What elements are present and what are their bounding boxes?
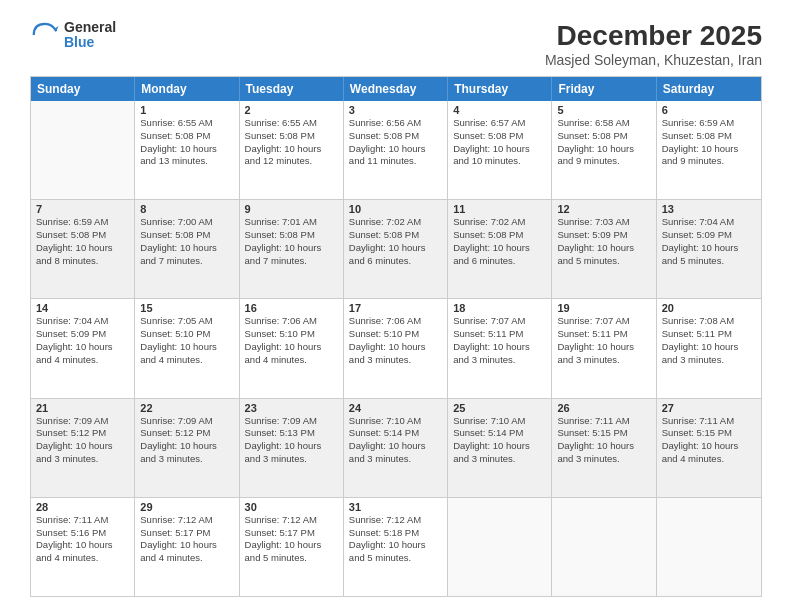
cell-info-line: Sunrise: 6:55 AM xyxy=(140,117,233,130)
cell-info-line: and 7 minutes. xyxy=(140,255,233,268)
table-row: 23Sunrise: 7:09 AMSunset: 5:13 PMDayligh… xyxy=(240,399,344,497)
table-row: 4Sunrise: 6:57 AMSunset: 5:08 PMDaylight… xyxy=(448,101,552,199)
cell-info-line: Sunrise: 7:03 AM xyxy=(557,216,650,229)
cell-info-line: Sunset: 5:15 PM xyxy=(557,427,650,440)
table-row: 10Sunrise: 7:02 AMSunset: 5:08 PMDayligh… xyxy=(344,200,448,298)
day-number: 15 xyxy=(140,302,233,314)
cell-info-line: Daylight: 10 hours xyxy=(453,440,546,453)
cell-info-line: Sunrise: 7:11 AM xyxy=(36,514,129,527)
day-number: 6 xyxy=(662,104,756,116)
day-number: 31 xyxy=(349,501,442,513)
cell-info-line: Daylight: 10 hours xyxy=(349,341,442,354)
cell-info-line: Sunset: 5:11 PM xyxy=(557,328,650,341)
cell-info-line: Daylight: 10 hours xyxy=(453,242,546,255)
cell-info-line: and 8 minutes. xyxy=(36,255,129,268)
cell-info-line: Daylight: 10 hours xyxy=(349,143,442,156)
cell-info-line: Sunset: 5:09 PM xyxy=(662,229,756,242)
cell-info-line: Sunset: 5:08 PM xyxy=(453,130,546,143)
table-row: 12Sunrise: 7:03 AMSunset: 5:09 PMDayligh… xyxy=(552,200,656,298)
table-row: 1Sunrise: 6:55 AMSunset: 5:08 PMDaylight… xyxy=(135,101,239,199)
cell-info-line: and 4 minutes. xyxy=(245,354,338,367)
table-row: 20Sunrise: 7:08 AMSunset: 5:11 PMDayligh… xyxy=(657,299,761,397)
cell-info-line: Daylight: 10 hours xyxy=(245,242,338,255)
cell-info-line: Daylight: 10 hours xyxy=(662,341,756,354)
day-number: 24 xyxy=(349,402,442,414)
cell-info-line: Sunrise: 7:11 AM xyxy=(662,415,756,428)
cell-info-line: Daylight: 10 hours xyxy=(453,143,546,156)
day-number: 22 xyxy=(140,402,233,414)
table-row: 29Sunrise: 7:12 AMSunset: 5:17 PMDayligh… xyxy=(135,498,239,596)
header-friday: Friday xyxy=(552,77,656,101)
cell-info-line: Sunset: 5:14 PM xyxy=(453,427,546,440)
cell-info-line: and 12 minutes. xyxy=(245,155,338,168)
table-row: 3Sunrise: 6:56 AMSunset: 5:08 PMDaylight… xyxy=(344,101,448,199)
title-section: December 2025 Masjed Soleyman, Khuzestan… xyxy=(545,20,762,68)
cell-info-line: Sunset: 5:08 PM xyxy=(349,229,442,242)
cell-info-line: Sunset: 5:10 PM xyxy=(349,328,442,341)
cell-info-line: Sunset: 5:08 PM xyxy=(557,130,650,143)
main-title: December 2025 xyxy=(545,20,762,52)
table-row: 14Sunrise: 7:04 AMSunset: 5:09 PMDayligh… xyxy=(31,299,135,397)
cell-info-line: and 4 minutes. xyxy=(36,354,129,367)
logo-blue-label: Blue xyxy=(64,35,116,50)
cell-info-line: Sunrise: 6:58 AM xyxy=(557,117,650,130)
table-row: 30Sunrise: 7:12 AMSunset: 5:17 PMDayligh… xyxy=(240,498,344,596)
cell-info-line: Sunset: 5:11 PM xyxy=(453,328,546,341)
cell-info-line: Sunset: 5:12 PM xyxy=(36,427,129,440)
calendar: SundayMondayTuesdayWednesdayThursdayFrid… xyxy=(30,76,762,597)
logo-general-label: General xyxy=(64,20,116,35)
logo: General Blue xyxy=(30,20,116,51)
table-row: 27Sunrise: 7:11 AMSunset: 5:15 PMDayligh… xyxy=(657,399,761,497)
table-row: 21Sunrise: 7:09 AMSunset: 5:12 PMDayligh… xyxy=(31,399,135,497)
table-row: 6Sunrise: 6:59 AMSunset: 5:08 PMDaylight… xyxy=(657,101,761,199)
cal-row-4: 28Sunrise: 7:11 AMSunset: 5:16 PMDayligh… xyxy=(31,497,761,596)
cell-info-line: Sunrise: 7:04 AM xyxy=(36,315,129,328)
table-row: 28Sunrise: 7:11 AMSunset: 5:16 PMDayligh… xyxy=(31,498,135,596)
cell-info-line: and 5 minutes. xyxy=(557,255,650,268)
logo-text: General Blue xyxy=(64,20,116,51)
cell-info-line: and 3 minutes. xyxy=(662,354,756,367)
table-row xyxy=(552,498,656,596)
header-sunday: Sunday xyxy=(31,77,135,101)
cell-info-line: Sunset: 5:08 PM xyxy=(140,229,233,242)
cell-info-line: Sunset: 5:11 PM xyxy=(662,328,756,341)
table-row: 31Sunrise: 7:12 AMSunset: 5:18 PMDayligh… xyxy=(344,498,448,596)
day-number: 9 xyxy=(245,203,338,215)
day-number: 20 xyxy=(662,302,756,314)
calendar-header: SundayMondayTuesdayWednesdayThursdayFrid… xyxy=(31,77,761,101)
day-number: 11 xyxy=(453,203,546,215)
table-row: 25Sunrise: 7:10 AMSunset: 5:14 PMDayligh… xyxy=(448,399,552,497)
cell-info-line: and 3 minutes. xyxy=(36,453,129,466)
table-row: 9Sunrise: 7:01 AMSunset: 5:08 PMDaylight… xyxy=(240,200,344,298)
table-row: 24Sunrise: 7:10 AMSunset: 5:14 PMDayligh… xyxy=(344,399,448,497)
cell-info-line: Daylight: 10 hours xyxy=(557,242,650,255)
cell-info-line: Sunrise: 7:06 AM xyxy=(245,315,338,328)
cell-info-line: and 13 minutes. xyxy=(140,155,233,168)
cell-info-line: Sunset: 5:08 PM xyxy=(349,130,442,143)
cell-info-line: Sunrise: 6:55 AM xyxy=(245,117,338,130)
cell-info-line: Sunrise: 7:09 AM xyxy=(140,415,233,428)
cell-info-line: and 3 minutes. xyxy=(557,453,650,466)
cell-info-line: Sunrise: 7:02 AM xyxy=(453,216,546,229)
table-row: 19Sunrise: 7:07 AMSunset: 5:11 PMDayligh… xyxy=(552,299,656,397)
cell-info-line: Sunrise: 7:10 AM xyxy=(349,415,442,428)
cal-row-3: 21Sunrise: 7:09 AMSunset: 5:12 PMDayligh… xyxy=(31,398,761,497)
cell-info-line: and 3 minutes. xyxy=(453,354,546,367)
cell-info-line: Sunset: 5:08 PM xyxy=(245,229,338,242)
header-wednesday: Wednesday xyxy=(344,77,448,101)
cell-info-line: Daylight: 10 hours xyxy=(662,143,756,156)
cell-info-line: Daylight: 10 hours xyxy=(245,440,338,453)
day-number: 13 xyxy=(662,203,756,215)
cell-info-line: and 9 minutes. xyxy=(557,155,650,168)
cell-info-line: Sunrise: 7:08 AM xyxy=(662,315,756,328)
cell-info-line: Sunrise: 7:12 AM xyxy=(245,514,338,527)
cell-info-line: Daylight: 10 hours xyxy=(140,341,233,354)
cell-info-line: Sunrise: 7:06 AM xyxy=(349,315,442,328)
cell-info-line: Sunset: 5:17 PM xyxy=(140,527,233,540)
day-number: 7 xyxy=(36,203,129,215)
cell-info-line: Sunrise: 7:07 AM xyxy=(557,315,650,328)
cell-info-line: Sunset: 5:15 PM xyxy=(662,427,756,440)
cell-info-line: Sunset: 5:10 PM xyxy=(245,328,338,341)
cell-info-line: Daylight: 10 hours xyxy=(36,341,129,354)
day-number: 17 xyxy=(349,302,442,314)
